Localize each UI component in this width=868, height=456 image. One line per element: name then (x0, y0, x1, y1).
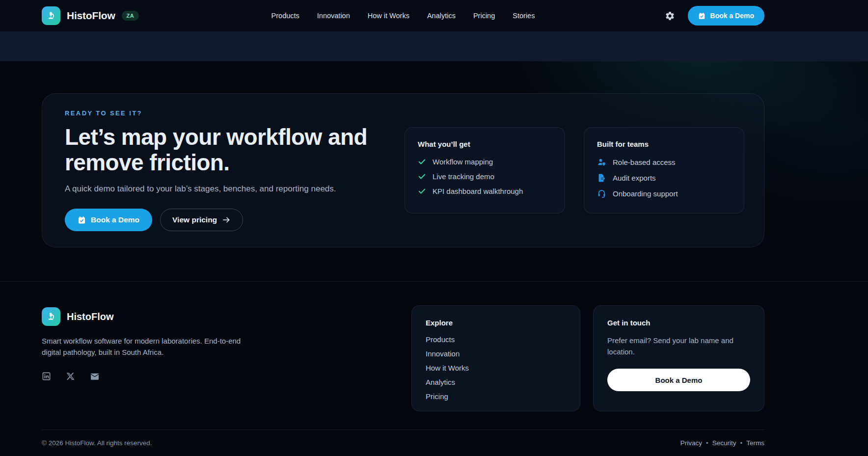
nav-item-innovation[interactable]: Innovation (317, 12, 350, 20)
microscope-icon (46, 312, 56, 322)
team-feature-item: Audit exports (597, 173, 731, 183)
security-link[interactable]: Security (712, 439, 736, 447)
footer-link-analytics[interactable]: Analytics (426, 378, 566, 386)
benefit-item: Workflow mapping (418, 158, 552, 166)
copyright-text: © 2026 HistoFlow. All rights reserved. (42, 439, 152, 447)
benefit-item: KPI dashboard walkthrough (418, 187, 552, 195)
nav-book-demo-button[interactable]: Book a Demo (688, 6, 764, 26)
nav-item-products[interactable]: Products (271, 12, 299, 20)
check-icon (418, 187, 426, 195)
contact-title: Get in touch (607, 319, 750, 327)
cta-subtext: A quick demo tailored to your lab’s stag… (65, 184, 383, 194)
explore-card: Explore Products Innovation How it Works… (411, 305, 580, 411)
view-pricing-button[interactable]: View pricing (160, 209, 243, 231)
terms-link[interactable]: Terms (746, 439, 764, 447)
brand-name: HistoFlow (67, 10, 115, 22)
teams-card: Built for teams Role-based access (584, 127, 744, 214)
legal-links: Privacy • Security • Terms (680, 439, 764, 447)
separator: • (706, 439, 708, 447)
check-icon (418, 172, 426, 181)
email-icon[interactable] (90, 372, 100, 381)
nav-item-stories[interactable]: Stories (513, 12, 535, 20)
footer-link-pricing[interactable]: Pricing (426, 392, 566, 401)
logo (42, 6, 60, 25)
footer-link-products[interactable]: Products (426, 335, 566, 344)
country-badge: ZA (122, 11, 139, 21)
teams-title: Built for teams (597, 140, 731, 148)
team-feature-item: Onboarding support (597, 189, 731, 198)
cta-card: READY TO SEE IT? Let’s map your workflow… (42, 93, 764, 247)
section-band (0, 31, 868, 61)
hero-book-demo-button[interactable]: Book a Demo (65, 209, 152, 231)
contact-card: Get in touch Prefer email? Send your lab… (593, 305, 764, 411)
team-feature-item: Role-based access (597, 158, 731, 167)
section-divider (0, 281, 868, 282)
privacy-link[interactable]: Privacy (680, 439, 702, 447)
x-twitter-icon[interactable] (66, 372, 75, 381)
footer-brand: HistoFlow Smart workflow software for mo… (42, 305, 272, 381)
benefits-title: What you’ll get (418, 140, 552, 148)
footer-brand-name: HistoFlow (67, 311, 114, 322)
logo (42, 307, 60, 326)
arrow-right-icon (222, 215, 231, 224)
footer-link-innovation[interactable]: Innovation (426, 349, 566, 358)
separator: • (740, 439, 743, 447)
cta-heading: Let’s map your workflow andremove fricti… (65, 125, 383, 176)
footer-link-how-it-works[interactable]: How it Works (426, 364, 566, 372)
cta-eyebrow: READY TO SEE IT? (65, 109, 383, 117)
nav-item-pricing[interactable]: Pricing (473, 12, 495, 20)
footer: HistoFlow Smart workflow software for mo… (0, 282, 868, 456)
settings-button[interactable] (665, 11, 675, 21)
explore-title: Explore (426, 319, 566, 327)
microscope-icon (46, 11, 56, 21)
calendar-check-icon (78, 216, 86, 224)
user-shield-icon (597, 158, 606, 167)
headset-icon (597, 189, 606, 198)
brand[interactable]: HistoFlow ZA (42, 6, 204, 25)
social-links (42, 372, 272, 381)
top-nav: HistoFlow ZA Products Innovation How it … (0, 0, 868, 31)
contact-text: Prefer email? Send your lab name and loc… (607, 335, 750, 357)
footer-book-demo-button[interactable]: Book a Demo (607, 369, 750, 391)
file-export-icon (597, 173, 606, 183)
main-nav: Products Innovation How it Works Analyti… (204, 12, 602, 20)
benefit-item: Live tracking demo (418, 172, 552, 181)
benefits-card: What you’ll get Workflow mapping Live tr… (405, 127, 565, 214)
footer-brand-head[interactable]: HistoFlow (42, 307, 272, 326)
nav-item-how-it-works[interactable]: How it Works (368, 12, 409, 20)
gear-icon (665, 11, 675, 21)
calendar-check-icon (698, 12, 705, 20)
nav-item-analytics[interactable]: Analytics (427, 12, 456, 20)
linkedin-icon[interactable] (42, 372, 51, 381)
cta-section: READY TO SEE IT? Let’s map your workflow… (0, 61, 868, 282)
check-icon (418, 158, 426, 166)
footer-description: Smart workflow software for modern labor… (42, 335, 248, 358)
